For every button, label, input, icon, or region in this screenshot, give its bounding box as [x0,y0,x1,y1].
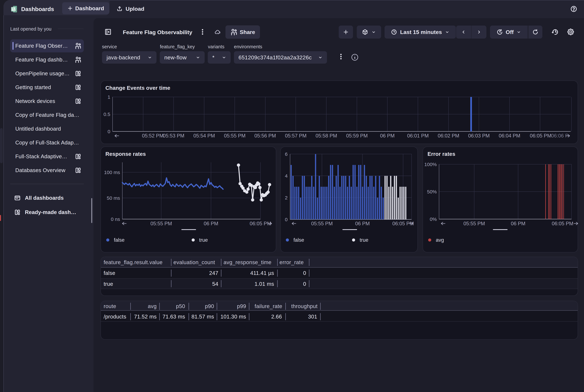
svg-text:06:05 PM: 06:05 PM [552,221,574,226]
svg-text:05:55 PM: 05:55 PM [464,221,485,226]
svg-text:06 PM: 06 PM [511,221,526,226]
svg-text:50%: 50% [427,189,437,194]
svg-text:0%: 0% [430,216,437,222]
svg-text:100%: 100% [424,162,437,167]
